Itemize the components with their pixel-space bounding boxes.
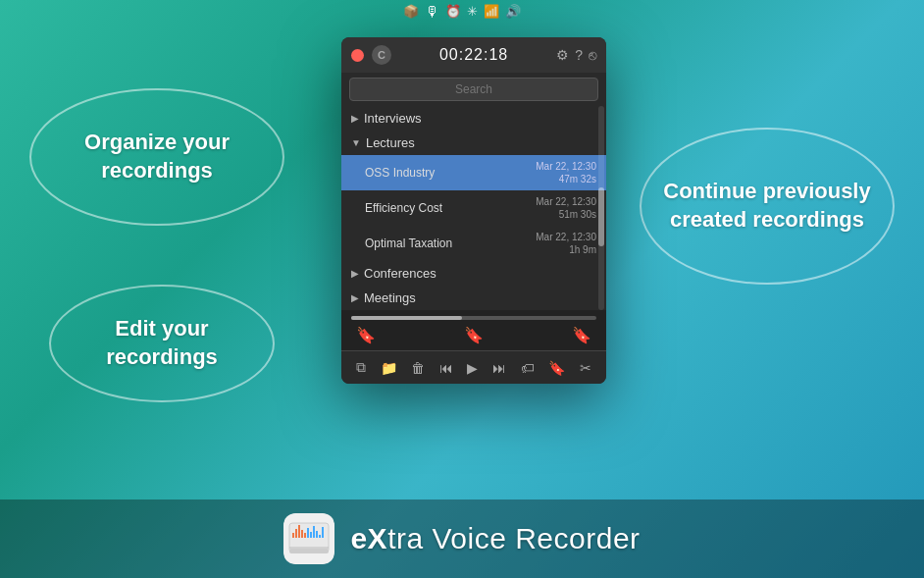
export-icon[interactable]: ⎋ <box>589 47 596 63</box>
callout-organize: Organize your recordings <box>29 88 284 226</box>
toolbar: ⧉ 📁 🗑 ⏮ ▶ ⏭ 🏷 🔖 ✂ <box>341 350 606 384</box>
item-name: Efficiency Cost <box>365 201 536 215</box>
progress-bar[interactable] <box>351 316 596 320</box>
copy-toolbar-btn[interactable]: ⧉ <box>354 357 368 378</box>
fastforward-toolbar-btn[interactable]: ⏭ <box>490 358 508 378</box>
titlebar: C 00:22:18 ⚙ ? ⎋ <box>341 37 606 73</box>
app-icon-svg <box>283 513 334 564</box>
arrow-meetings: ▶ <box>351 292 359 303</box>
dropbox-icon: 📦 <box>403 4 419 19</box>
wifi-icon: 📶 <box>484 4 499 19</box>
timemachine-icon: ⏰ <box>445 4 461 19</box>
volume-icon: 🔊 <box>505 4 521 19</box>
folder-toolbar-btn[interactable]: 📁 <box>379 358 399 378</box>
list-item[interactable]: Efficiency Cost Mar 22, 12:3051m 30s <box>341 190 606 226</box>
group-interviews[interactable]: ▶ Interviews <box>341 106 606 131</box>
search-input[interactable] <box>349 78 598 101</box>
callout-organize-text: Organize your recordings <box>31 119 282 194</box>
item-meta: Mar 22, 12:3051m 30s <box>536 195 596 221</box>
app-icon <box>283 513 334 564</box>
timer-display: 00:22:18 <box>399 46 548 64</box>
scissors-toolbar-btn[interactable]: ✂ <box>578 358 593 378</box>
marker-start: 🔖 <box>356 326 376 344</box>
settings-icon[interactable]: ⚙ <box>556 47 569 63</box>
mic-icon: 🎙 <box>425 3 439 20</box>
trash-toolbar-btn[interactable]: 🗑 <box>409 358 427 378</box>
play-toolbar-btn[interactable]: ▶ <box>465 358 480 378</box>
marker-middle: 🔖 <box>464 326 484 344</box>
item-meta: Mar 22, 12:3047m 32s <box>536 160 596 185</box>
app-name: eXtra Voice Recorder <box>350 522 640 555</box>
item-meta: Mar 22, 12:301h 9m <box>536 231 596 256</box>
callout-edit-text: Edit your recordings <box>51 305 273 381</box>
recordings-list: ▶ Interviews ▼ Lectures OSS Industry Mar… <box>341 106 606 310</box>
c-button[interactable]: C <box>372 45 391 65</box>
arrow-conferences: ▶ <box>351 268 359 279</box>
group-lectures-label: Lectures <box>366 135 415 150</box>
list-item[interactable]: OSS Industry Mar 22, 12:3047m 32s <box>341 155 606 190</box>
group-conferences-label: Conferences <box>364 266 436 281</box>
group-lectures[interactable]: ▼ Lectures <box>341 131 606 155</box>
menubar: 📦 🎙 ⏰ ✳ 📶 🔊 <box>0 0 924 22</box>
item-name: Optimal Taxation <box>365 236 536 250</box>
group-meetings[interactable]: ▶ Meetings <box>341 286 606 310</box>
titlebar-actions: ⚙ ? ⎋ <box>556 47 596 63</box>
scrollbar[interactable] <box>598 106 604 310</box>
waveform-section: 🔖 🔖 🔖 <box>341 310 606 350</box>
progress-fill <box>351 316 462 320</box>
callout-continue-text: Continue previously created recordings <box>642 168 893 243</box>
close-button[interactable] <box>351 49 364 62</box>
marker-end: 🔖 <box>572 326 591 344</box>
rewind-toolbar-btn[interactable]: ⏮ <box>437 358 455 378</box>
group-interviews-label: Interviews <box>364 111 422 126</box>
airdrop-icon: ✳ <box>467 4 478 19</box>
arrow-interviews: ▶ <box>351 113 359 124</box>
callout-edit: Edit your recordings <box>49 285 275 402</box>
scrollbar-thumb[interactable] <box>598 187 604 246</box>
bottom-bar: eXtra Voice Recorder <box>0 499 924 578</box>
menubar-icons: 📦 🎙 ⏰ ✳ 📶 🔊 <box>403 3 521 20</box>
search-bar <box>341 73 606 106</box>
tag1-toolbar-btn[interactable]: 🏷 <box>519 358 537 378</box>
group-meetings-label: Meetings <box>364 290 416 305</box>
svg-rect-14 <box>289 549 329 553</box>
arrow-lectures: ▼ <box>351 137 361 148</box>
tag2-toolbar-btn[interactable]: 🔖 <box>546 358 567 378</box>
item-name: OSS Industry <box>365 166 536 180</box>
progress-markers: 🔖 🔖 🔖 <box>351 326 596 344</box>
callout-continue: Continue previously created recordings <box>640 128 895 285</box>
list-item[interactable]: Optimal Taxation Mar 22, 12:301h 9m <box>341 226 606 261</box>
app-window: C 00:22:18 ⚙ ? ⎋ ▶ Interviews ▼ Lectures… <box>341 37 606 384</box>
group-conferences[interactable]: ▶ Conferences <box>341 261 606 286</box>
help-icon[interactable]: ? <box>575 47 583 63</box>
